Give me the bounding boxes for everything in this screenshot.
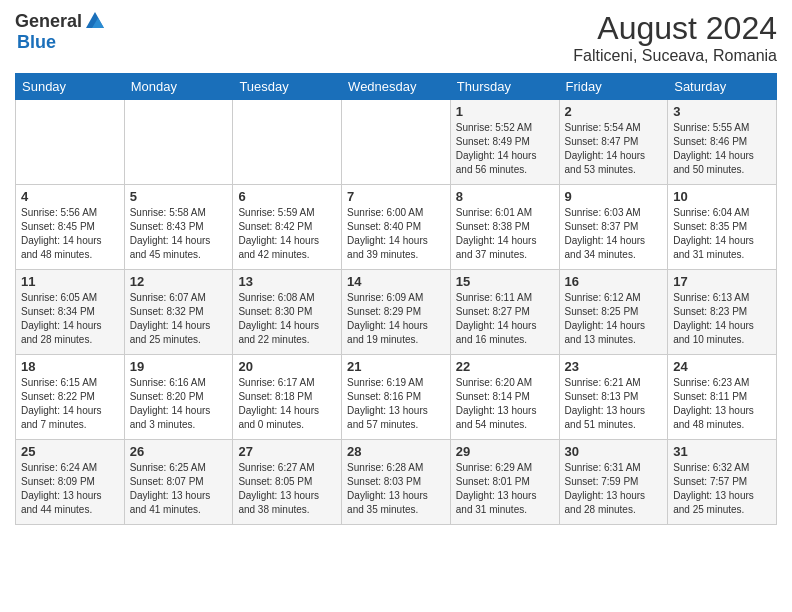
day-info: Sunrise: 6:32 AMSunset: 7:57 PMDaylight:… <box>673 461 771 517</box>
calendar-week-row: 4Sunrise: 5:56 AMSunset: 8:45 PMDaylight… <box>16 185 777 270</box>
day-info: Sunrise: 6:04 AMSunset: 8:35 PMDaylight:… <box>673 206 771 262</box>
day-number: 5 <box>130 189 228 204</box>
day-number: 6 <box>238 189 336 204</box>
day-number: 30 <box>565 444 663 459</box>
day-number: 19 <box>130 359 228 374</box>
day-of-week-header: Saturday <box>668 74 777 100</box>
day-number: 14 <box>347 274 445 289</box>
calendar-cell: 6Sunrise: 5:59 AMSunset: 8:42 PMDaylight… <box>233 185 342 270</box>
day-number: 18 <box>21 359 119 374</box>
day-number: 17 <box>673 274 771 289</box>
calendar-cell <box>16 100 125 185</box>
calendar-cell: 20Sunrise: 6:17 AMSunset: 8:18 PMDayligh… <box>233 355 342 440</box>
day-number: 12 <box>130 274 228 289</box>
logo-blue-text: Blue <box>17 32 56 53</box>
logo-general-text: General <box>15 11 82 32</box>
calendar-cell <box>124 100 233 185</box>
calendar-header: SundayMondayTuesdayWednesdayThursdayFrid… <box>16 74 777 100</box>
day-info: Sunrise: 6:09 AMSunset: 8:29 PMDaylight:… <box>347 291 445 347</box>
calendar-cell <box>342 100 451 185</box>
day-info: Sunrise: 6:28 AMSunset: 8:03 PMDaylight:… <box>347 461 445 517</box>
calendar-cell: 11Sunrise: 6:05 AMSunset: 8:34 PMDayligh… <box>16 270 125 355</box>
calendar-cell: 2Sunrise: 5:54 AMSunset: 8:47 PMDaylight… <box>559 100 668 185</box>
day-number: 1 <box>456 104 554 119</box>
day-info: Sunrise: 6:05 AMSunset: 8:34 PMDaylight:… <box>21 291 119 347</box>
day-info: Sunrise: 5:52 AMSunset: 8:49 PMDaylight:… <box>456 121 554 177</box>
day-info: Sunrise: 6:13 AMSunset: 8:23 PMDaylight:… <box>673 291 771 347</box>
calendar-cell: 18Sunrise: 6:15 AMSunset: 8:22 PMDayligh… <box>16 355 125 440</box>
day-of-week-header: Wednesday <box>342 74 451 100</box>
calendar-cell: 15Sunrise: 6:11 AMSunset: 8:27 PMDayligh… <box>450 270 559 355</box>
day-info: Sunrise: 6:19 AMSunset: 8:16 PMDaylight:… <box>347 376 445 432</box>
day-number: 27 <box>238 444 336 459</box>
calendar-cell: 21Sunrise: 6:19 AMSunset: 8:16 PMDayligh… <box>342 355 451 440</box>
day-info: Sunrise: 6:07 AMSunset: 8:32 PMDaylight:… <box>130 291 228 347</box>
day-info: Sunrise: 6:17 AMSunset: 8:18 PMDaylight:… <box>238 376 336 432</box>
page-container: General Blue August 2024 Falticeni, Suce… <box>0 0 792 612</box>
calendar-cell: 27Sunrise: 6:27 AMSunset: 8:05 PMDayligh… <box>233 440 342 525</box>
day-info: Sunrise: 6:12 AMSunset: 8:25 PMDaylight:… <box>565 291 663 347</box>
calendar-cell: 1Sunrise: 5:52 AMSunset: 8:49 PMDaylight… <box>450 100 559 185</box>
sub-title: Falticeni, Suceava, Romania <box>573 47 777 65</box>
day-info: Sunrise: 6:15 AMSunset: 8:22 PMDaylight:… <box>21 376 119 432</box>
calendar-cell: 17Sunrise: 6:13 AMSunset: 8:23 PMDayligh… <box>668 270 777 355</box>
day-of-week-header: Monday <box>124 74 233 100</box>
day-info: Sunrise: 6:00 AMSunset: 8:40 PMDaylight:… <box>347 206 445 262</box>
day-info: Sunrise: 6:25 AMSunset: 8:07 PMDaylight:… <box>130 461 228 517</box>
day-info: Sunrise: 6:21 AMSunset: 8:13 PMDaylight:… <box>565 376 663 432</box>
day-number: 4 <box>21 189 119 204</box>
day-of-week-header: Friday <box>559 74 668 100</box>
calendar-week-row: 1Sunrise: 5:52 AMSunset: 8:49 PMDaylight… <box>16 100 777 185</box>
day-info: Sunrise: 6:01 AMSunset: 8:38 PMDaylight:… <box>456 206 554 262</box>
day-info: Sunrise: 5:58 AMSunset: 8:43 PMDaylight:… <box>130 206 228 262</box>
day-info: Sunrise: 6:24 AMSunset: 8:09 PMDaylight:… <box>21 461 119 517</box>
calendar-week-row: 25Sunrise: 6:24 AMSunset: 8:09 PMDayligh… <box>16 440 777 525</box>
day-number: 24 <box>673 359 771 374</box>
calendar-cell <box>233 100 342 185</box>
day-number: 11 <box>21 274 119 289</box>
calendar-week-row: 18Sunrise: 6:15 AMSunset: 8:22 PMDayligh… <box>16 355 777 440</box>
calendar-week-row: 11Sunrise: 6:05 AMSunset: 8:34 PMDayligh… <box>16 270 777 355</box>
calendar-cell: 31Sunrise: 6:32 AMSunset: 7:57 PMDayligh… <box>668 440 777 525</box>
logo-icon <box>84 10 106 32</box>
day-info: Sunrise: 6:03 AMSunset: 8:37 PMDaylight:… <box>565 206 663 262</box>
day-info: Sunrise: 6:23 AMSunset: 8:11 PMDaylight:… <box>673 376 771 432</box>
calendar-cell: 10Sunrise: 6:04 AMSunset: 8:35 PMDayligh… <box>668 185 777 270</box>
day-number: 23 <box>565 359 663 374</box>
day-number: 28 <box>347 444 445 459</box>
page-header: General Blue August 2024 Falticeni, Suce… <box>15 10 777 65</box>
calendar-cell: 19Sunrise: 6:16 AMSunset: 8:20 PMDayligh… <box>124 355 233 440</box>
day-number: 2 <box>565 104 663 119</box>
day-number: 10 <box>673 189 771 204</box>
day-of-week-header: Thursday <box>450 74 559 100</box>
day-number: 31 <box>673 444 771 459</box>
main-title: August 2024 <box>573 10 777 47</box>
day-number: 8 <box>456 189 554 204</box>
day-of-week-header: Tuesday <box>233 74 342 100</box>
day-number: 16 <box>565 274 663 289</box>
day-number: 3 <box>673 104 771 119</box>
day-info: Sunrise: 6:31 AMSunset: 7:59 PMDaylight:… <box>565 461 663 517</box>
day-info: Sunrise: 5:56 AMSunset: 8:45 PMDaylight:… <box>21 206 119 262</box>
calendar-cell: 22Sunrise: 6:20 AMSunset: 8:14 PMDayligh… <box>450 355 559 440</box>
calendar-cell: 24Sunrise: 6:23 AMSunset: 8:11 PMDayligh… <box>668 355 777 440</box>
calendar-table: SundayMondayTuesdayWednesdayThursdayFrid… <box>15 73 777 525</box>
calendar-cell: 30Sunrise: 6:31 AMSunset: 7:59 PMDayligh… <box>559 440 668 525</box>
day-number: 21 <box>347 359 445 374</box>
calendar-cell: 14Sunrise: 6:09 AMSunset: 8:29 PMDayligh… <box>342 270 451 355</box>
day-number: 22 <box>456 359 554 374</box>
calendar-cell: 5Sunrise: 5:58 AMSunset: 8:43 PMDaylight… <box>124 185 233 270</box>
calendar-cell: 26Sunrise: 6:25 AMSunset: 8:07 PMDayligh… <box>124 440 233 525</box>
day-info: Sunrise: 6:11 AMSunset: 8:27 PMDaylight:… <box>456 291 554 347</box>
day-number: 9 <box>565 189 663 204</box>
calendar-cell: 23Sunrise: 6:21 AMSunset: 8:13 PMDayligh… <box>559 355 668 440</box>
calendar-cell: 25Sunrise: 6:24 AMSunset: 8:09 PMDayligh… <box>16 440 125 525</box>
calendar-cell: 28Sunrise: 6:28 AMSunset: 8:03 PMDayligh… <box>342 440 451 525</box>
calendar-cell: 16Sunrise: 6:12 AMSunset: 8:25 PMDayligh… <box>559 270 668 355</box>
day-number: 25 <box>21 444 119 459</box>
day-number: 13 <box>238 274 336 289</box>
calendar-cell: 9Sunrise: 6:03 AMSunset: 8:37 PMDaylight… <box>559 185 668 270</box>
day-number: 29 <box>456 444 554 459</box>
calendar-cell: 8Sunrise: 6:01 AMSunset: 8:38 PMDaylight… <box>450 185 559 270</box>
day-info: Sunrise: 6:16 AMSunset: 8:20 PMDaylight:… <box>130 376 228 432</box>
